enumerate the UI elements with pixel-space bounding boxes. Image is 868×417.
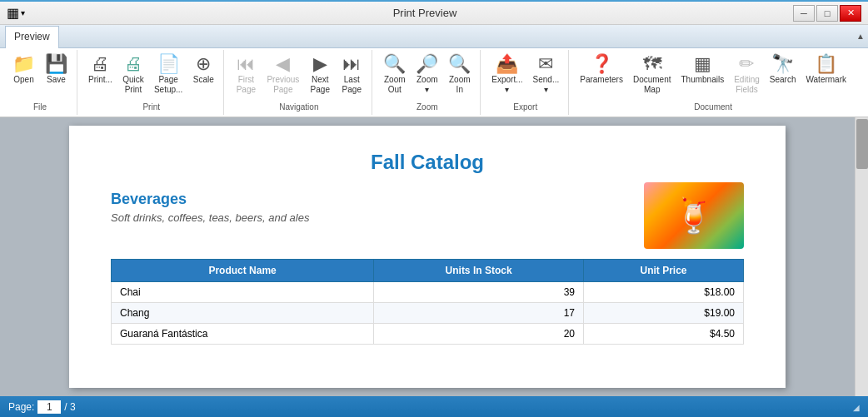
section-header: Beverages Soft drinks, coffees, teas, be… bbox=[111, 191, 744, 249]
col-units-stock: Units In Stock bbox=[374, 260, 584, 282]
zoom-out-button[interactable]: 🔍 ZoomOut bbox=[379, 52, 410, 98]
print-button[interactable]: 🖨 Print... bbox=[84, 52, 117, 88]
send-icon: ✉ bbox=[538, 55, 553, 73]
ribbon-group-zoom: 🔍 ZoomOut 🔎 Zoom▾ 🔍 ZoomIn Zoom bbox=[374, 50, 481, 115]
page-number-input[interactable] bbox=[37, 400, 61, 414]
scale-label: Scale bbox=[193, 75, 214, 85]
open-icon: 📁 bbox=[12, 55, 35, 73]
table-row: Chang 17 $19.00 bbox=[112, 303, 744, 324]
search-button[interactable]: 🔭 Search bbox=[766, 52, 801, 88]
beverages-image: 🍹 bbox=[673, 196, 715, 236]
document-title: Fall Catalog bbox=[111, 151, 744, 174]
watermark-button[interactable]: 📋 Watermark bbox=[801, 52, 851, 88]
scrollbar-thumb[interactable] bbox=[856, 119, 868, 169]
prev-page-button[interactable]: ◀ PreviousPage bbox=[262, 52, 303, 98]
main-area: Fall Catalog Beverages Soft drinks, coff… bbox=[0, 117, 868, 396]
next-page-button[interactable]: ▶ NextPage bbox=[305, 52, 335, 98]
open-button[interactable]: 📁 Open bbox=[8, 52, 39, 88]
prev-page-icon: ◀ bbox=[276, 55, 290, 73]
quickprint-label: QuickPrint bbox=[122, 75, 144, 95]
scale-button[interactable]: ⊕ Scale bbox=[188, 52, 218, 88]
quickprint-icon: 🖨 bbox=[124, 55, 142, 73]
thumbnails-label: Thumbnails bbox=[681, 75, 725, 85]
export-button[interactable]: 📤 Export...▾ bbox=[487, 52, 526, 98]
quickprint-button[interactable]: 🖨 QuickPrint bbox=[118, 52, 148, 98]
minimize-button[interactable]: ─ bbox=[793, 5, 815, 22]
document-page: Fall Catalog Beverages Soft drinks, coff… bbox=[69, 126, 786, 388]
product-name-1: Chang bbox=[112, 303, 374, 324]
ribbon-group-export: 📤 Export...▾ ✉ Send...▾ Export bbox=[482, 50, 569, 115]
units-0: 39 bbox=[374, 282, 584, 303]
next-page-label: NextPage bbox=[311, 75, 330, 95]
preview-area[interactable]: Fall Catalog Beverages Soft drinks, coff… bbox=[0, 117, 855, 396]
zoom-100-label: Zoom▾ bbox=[417, 75, 438, 95]
section-image: 🍹 bbox=[644, 182, 744, 249]
scale-icon: ⊕ bbox=[196, 55, 211, 73]
search-icon: 🔭 bbox=[771, 55, 794, 73]
ribbon-group-document: ❓ Parameters 🗺 DocumentMap ▦ Thumbnails … bbox=[571, 50, 856, 115]
document-group-label: Document bbox=[576, 101, 851, 113]
price-2: $4.50 bbox=[583, 324, 743, 345]
first-page-button[interactable]: ⏮ FirstPage bbox=[231, 52, 261, 98]
ribbon-group-navigation: ⏮ FirstPage ◀ PreviousPage ▶ NextPage ⏭ … bbox=[226, 50, 372, 115]
product-table: Product Name Units In Stock Unit Price C… bbox=[111, 259, 744, 345]
col-unit-price: Unit Price bbox=[583, 260, 743, 282]
export-group-label: Export bbox=[487, 101, 563, 113]
document-map-button[interactable]: 🗺 DocumentMap bbox=[629, 52, 676, 98]
prev-page-label: PreviousPage bbox=[267, 75, 299, 95]
parameters-label: Parameters bbox=[580, 75, 623, 85]
ribbon-group-file: 📁 Open 💾 Save File bbox=[3, 50, 77, 115]
thumbnails-icon: ▦ bbox=[694, 55, 711, 73]
ribbon-tabs: Preview ▲ bbox=[0, 25, 868, 48]
send-button[interactable]: ✉ Send...▾ bbox=[529, 52, 564, 98]
page-label: Page: bbox=[8, 401, 34, 413]
total-pages: / 3 bbox=[64, 401, 75, 413]
parameters-icon: ❓ bbox=[591, 55, 613, 73]
thumbnails-button[interactable]: ▦ Thumbnails bbox=[677, 52, 729, 88]
editing-fields-icon: ✏ bbox=[739, 55, 754, 73]
vertical-scrollbar[interactable] bbox=[855, 117, 868, 396]
ribbon: Preview ▲ 📁 Open 💾 Save File 🖨 bbox=[0, 25, 868, 117]
print-icon: 🖨 bbox=[91, 55, 109, 73]
export-label: Export...▾ bbox=[491, 75, 522, 95]
product-name-0: Chai bbox=[112, 282, 374, 303]
zoom-in-icon: 🔍 bbox=[448, 55, 471, 73]
status-bar: Page: / 3 ◢ bbox=[0, 396, 868, 417]
app-menu-arrow[interactable]: ▾ bbox=[21, 8, 25, 17]
zoom-group-label: Zoom bbox=[379, 101, 475, 113]
col-product-name: Product Name bbox=[112, 260, 374, 282]
zoom-100-button[interactable]: 🔎 Zoom▾ bbox=[412, 52, 442, 98]
price-0: $18.00 bbox=[583, 282, 743, 303]
title-bar: ▦ ▾ Print Preview ─ □ ✕ bbox=[0, 0, 868, 25]
next-page-icon: ▶ bbox=[313, 55, 327, 73]
units-1: 17 bbox=[374, 303, 584, 324]
document-map-icon: 🗺 bbox=[643, 55, 661, 73]
zoom-out-icon: 🔍 bbox=[383, 55, 406, 73]
editing-fields-button[interactable]: ✏ EditingFields bbox=[730, 52, 764, 98]
zoom-in-button[interactable]: 🔍 ZoomIn bbox=[444, 52, 475, 98]
navigation-group-label: Navigation bbox=[231, 101, 367, 113]
pagesetup-button[interactable]: 📄 PageSetup... bbox=[150, 52, 187, 98]
first-page-label: FirstPage bbox=[237, 75, 256, 95]
close-button[interactable]: ✕ bbox=[840, 5, 861, 22]
maximize-button[interactable]: □ bbox=[816, 5, 838, 22]
section-description: Soft drinks, coffees, teas, beers, and a… bbox=[111, 211, 309, 224]
last-page-label: LastPage bbox=[342, 75, 362, 95]
save-button[interactable]: 💾 Save bbox=[41, 52, 72, 88]
parameters-button[interactable]: ❓ Parameters bbox=[576, 52, 627, 88]
file-group-label: File bbox=[8, 101, 72, 113]
zoom-100-icon: 🔎 bbox=[416, 55, 438, 73]
pagesetup-icon: 📄 bbox=[157, 55, 180, 73]
resize-handle[interactable]: ◢ bbox=[853, 403, 860, 412]
last-page-button[interactable]: ⏭ LastPage bbox=[337, 52, 367, 98]
ribbon-collapse-button[interactable]: ▲ bbox=[856, 32, 865, 41]
first-page-icon: ⏮ bbox=[237, 55, 255, 73]
watermark-icon: 📋 bbox=[815, 55, 837, 73]
pagesetup-label: PageSetup... bbox=[154, 75, 182, 95]
save-label: Save bbox=[47, 75, 66, 85]
last-page-icon: ⏭ bbox=[342, 55, 361, 73]
export-icon: 📤 bbox=[496, 55, 518, 73]
document-map-label: DocumentMap bbox=[633, 75, 671, 95]
tab-preview[interactable]: Preview bbox=[5, 26, 59, 48]
window-title: Print Preview bbox=[57, 7, 793, 19]
